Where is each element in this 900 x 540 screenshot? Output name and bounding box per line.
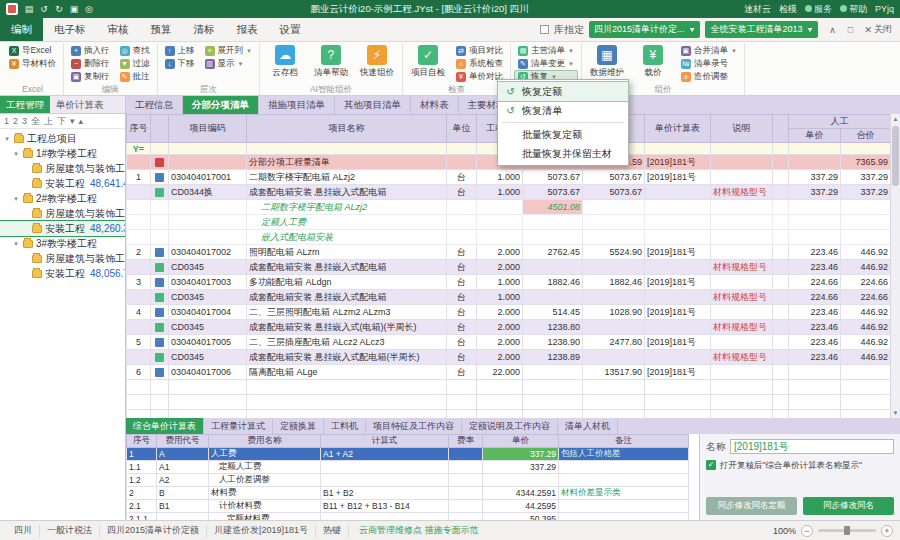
tree-toolbar-button[interactable]: 3: [22, 116, 27, 126]
ribbon-tab[interactable]: 审核: [97, 18, 140, 41]
scroll-down-icon[interactable]: ▼: [891, 408, 900, 418]
library-checkbox[interactable]: [540, 25, 549, 34]
table-row[interactable]: 2030404017002照明配电箱 ALzm台2.0002762.455524…: [127, 245, 891, 260]
ribbon-button[interactable]: ✎批注: [116, 70, 154, 83]
table-row[interactable]: 1A人工费A1 + A2337.29包括人工价格差: [127, 448, 689, 461]
table-row[interactable]: [127, 380, 891, 395]
redo-icon[interactable]: ↻: [53, 3, 65, 15]
titlebar-link-5[interactable]: PYjq: [875, 4, 894, 14]
vertical-scrollbar[interactable]: ▲ ▼: [890, 114, 900, 418]
ribbon-button[interactable]: ≡展开到▼: [201, 44, 256, 57]
table-row[interactable]: CD0345成套配电箱安装 悬挂嵌入式(电箱)(半周长)台2.0001238.8…: [127, 320, 891, 335]
undo-icon[interactable]: ↺: [38, 3, 50, 15]
ribbon-button[interactable]: ⇄项目对比: [452, 44, 507, 57]
titlebar-link-4[interactable]: 帮助: [840, 3, 867, 16]
tree-item[interactable]: 安装工程48,056.74: [0, 266, 125, 281]
detail-tab[interactable]: 综合单价计算表: [126, 418, 204, 434]
detail-tab[interactable]: 工料机: [324, 418, 366, 434]
ribbon-button[interactable]: ?清单帮助: [309, 43, 353, 79]
tree-toolbar-button[interactable]: ▴: [79, 116, 84, 126]
menu-item[interactable]: 批量恢复并保留主材: [498, 144, 628, 163]
tree-item[interactable]: ▾3#教学楼工程: [0, 236, 125, 251]
ribbon-button[interactable]: ↑上移: [161, 44, 199, 57]
table-row[interactable]: 1.1A1定额人工费337.29: [127, 461, 689, 474]
table-row[interactable]: CD0345成套配电箱安装 悬挂嵌入式配电箱(半周长)台2.0001238.89…: [127, 350, 891, 365]
table-row[interactable]: 2.1.1定额材料费50.395: [127, 513, 689, 521]
sync-checkbox[interactable]: ✓: [706, 460, 716, 470]
close-button[interactable]: ✕ 关闭: [864, 23, 896, 36]
quota-library-select[interactable]: 四川2015清单计价定... ▼: [589, 21, 700, 38]
table-row[interactable]: 3030404017003多功能配电箱 ALdgn台1.0001882.4618…: [127, 275, 891, 290]
table-row[interactable]: 2B材料费B1 + B24344.2591材料价差显示类: [127, 487, 689, 500]
worksheet-tab[interactable]: 其他项目清单: [335, 96, 411, 114]
ribbon-button[interactable]: ✎清单变更▼: [514, 57, 578, 70]
worksheet-tab[interactable]: 材料表: [411, 96, 459, 114]
titlebar-link-2[interactable]: 检模: [779, 3, 797, 16]
tree-toolbar-button[interactable]: 全: [31, 115, 40, 128]
tree-item[interactable]: 安装工程48,260.39: [0, 221, 125, 236]
tree-toolbar-button[interactable]: 2: [13, 116, 18, 126]
worksheet-tab[interactable]: 工程信息: [126, 96, 183, 114]
ribbon-button[interactable]: ✓项目自检: [406, 43, 450, 79]
ribbon-button[interactable]: ▥显示▼: [201, 57, 256, 70]
ribbon-button[interactable]: ▣合并清单▼: [677, 44, 741, 57]
tree-toolbar-button[interactable]: 下: [57, 115, 66, 128]
ribbon-tab[interactable]: 预算: [140, 18, 183, 41]
ribbon-button[interactable]: ▼过滤: [116, 57, 154, 70]
tree-expander-icon[interactable]: ▾: [12, 150, 20, 158]
ribbon-button[interactable]: ¥载价: [631, 43, 675, 79]
tree-expander-icon[interactable]: ▾: [3, 135, 11, 143]
detail-tab[interactable]: 清单人材机: [558, 418, 618, 434]
table-row[interactable]: 2.1B1计价材料费B11 + B12 + B13 - B1444.2595: [127, 500, 689, 513]
ribbon-button[interactable]: −删除行: [67, 57, 114, 70]
ribbon-button[interactable]: ▤主营清单▼: [514, 44, 578, 57]
zoom-out-button[interactable]: −: [801, 525, 813, 537]
ribbon-button[interactable]: ↓下移: [161, 57, 199, 70]
restore-window-icon[interactable]: □: [841, 18, 859, 41]
ribbon-tab[interactable]: 报表: [226, 18, 269, 41]
ribbon-button[interactable]: ±造价调整: [677, 70, 741, 83]
table-row[interactable]: CD0345成套配电箱安装 悬挂嵌入式配电箱台2.000材料规格型号223.46…: [127, 260, 891, 275]
detail-tab[interactable]: 定额换算: [273, 418, 324, 434]
table-row[interactable]: 5030404017005二、三层插座配电箱 ALcz2 ALcz3台2.000…: [127, 335, 891, 350]
zoom-slider[interactable]: [818, 529, 876, 532]
tree-item[interactable]: ▾工程总项目: [0, 131, 125, 146]
titlebar-link-3[interactable]: 服务: [805, 3, 832, 16]
ribbon-button[interactable]: ☁云存档: [263, 43, 307, 79]
ribbon-tab[interactable]: 清标: [183, 18, 226, 41]
table-row[interactable]: CD0345成套配电箱安装 悬挂嵌入式配电箱台1.000材料规格型号224.66…: [127, 290, 891, 305]
scroll-thumb[interactable]: [892, 126, 899, 186]
table-row[interactable]: 1030404017001二期数字楼宇配电箱 ALzj2台1.0005073.6…: [127, 170, 891, 185]
table-row[interactable]: 4030404017004二、三层照明配电箱 ALzm2 ALzm3台2.000…: [127, 305, 891, 320]
titlebar-link-1[interactable]: 速材云: [744, 3, 771, 16]
detail-tab[interactable]: 定额说明及工作内容: [462, 418, 558, 434]
scroll-up-icon[interactable]: ▲: [891, 114, 900, 124]
table-row[interactable]: 6030404017006隔离配电箱 ALge台22.00013517.90[2…: [127, 365, 891, 380]
ribbon-button[interactable]: ▣复制行: [67, 70, 114, 83]
ribbon-button[interactable]: +插入行: [67, 44, 114, 57]
table-row[interactable]: 嵌入式配电箱安装: [127, 230, 891, 245]
table-row[interactable]: 1.2A2人工价差调整: [127, 474, 689, 487]
detail-tab[interactable]: 工程量计算式: [204, 418, 273, 434]
ribbon-button[interactable]: ▦数据维护: [585, 43, 629, 79]
collapse-ribbon-icon[interactable]: ∧: [823, 18, 841, 41]
ribbon-tab[interactable]: 电子标: [43, 18, 97, 41]
sidebar-tab[interactable]: 单价计算表: [50, 96, 110, 113]
print-icon[interactable]: ▣: [68, 3, 80, 15]
tree-toolbar-button[interactable]: ▾: [70, 116, 75, 126]
ribbon-button[interactable]: №清单录号: [677, 57, 741, 70]
tree-item[interactable]: 安装工程48,641.41: [0, 176, 125, 191]
ribbon-button[interactable]: X导Excel: [5, 44, 60, 57]
menu-item[interactable]: ↺恢复清单: [498, 101, 628, 120]
save-icon[interactable]: ▤: [23, 3, 35, 15]
ribbon-tab[interactable]: 编制: [0, 18, 43, 41]
detail-tab[interactable]: 项目特征及工作内容: [366, 418, 462, 434]
sidebar-tab[interactable]: 工程管理: [0, 96, 50, 113]
ribbon-button[interactable]: ⚡快速组价: [355, 43, 399, 79]
worksheet-tab[interactable]: 措施项目清单: [259, 96, 335, 114]
table-row[interactable]: 二期数字楼宇配电箱 ALzj24501.08: [127, 200, 891, 215]
ribbon-button[interactable]: ◎查找: [116, 44, 154, 57]
tree-item[interactable]: 房屋建筑与装饰工程2,..: [0, 251, 125, 266]
tree-expander-icon[interactable]: ▾: [12, 240, 20, 248]
worksheet-tab[interactable]: 分部分项清单: [183, 96, 259, 114]
